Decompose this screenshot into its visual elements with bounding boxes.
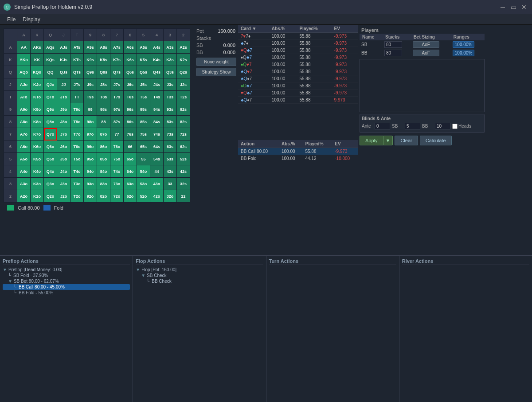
- matrix-cell-J2o[interactable]: J2o: [57, 190, 70, 203]
- matrix-cell-QTo[interactable]: QTo: [44, 91, 57, 103]
- matrix-cell-A8o[interactable]: A8o: [17, 116, 31, 128]
- none-weight-button[interactable]: None weight: [196, 58, 236, 66]
- matrix-cell-73o[interactable]: 73o: [110, 178, 124, 190]
- flop-tree-item[interactable]: ▼Flop [Pot: 160.00]: [136, 267, 263, 273]
- matrix-cell-98o[interactable]: 98o: [84, 116, 97, 128]
- matrix-cell-93s[interactable]: 93s: [164, 103, 177, 116]
- matrix-cell-83s[interactable]: 83s: [164, 116, 177, 128]
- preflop-tree-item[interactable]: └BB Call 80.00 - 45.00%: [3, 284, 130, 290]
- matrix-cell-QJs[interactable]: QJs: [57, 66, 70, 78]
- action-table-row[interactable]: BB Call 80.00100.0055.88-9.973: [238, 148, 358, 155]
- matrix-cell-KQo[interactable]: KQo: [31, 66, 44, 78]
- flop-tree-item[interactable]: ▼SB Check: [136, 273, 263, 278]
- matrix-cell-32o[interactable]: 32o: [164, 190, 177, 203]
- matrix-cell-J6o[interactable]: J6o: [57, 141, 70, 153]
- matrix-cell-A6s[interactable]: A6s: [124, 41, 137, 54]
- matrix-cell-K3o[interactable]: K3o: [31, 178, 44, 190]
- matrix-cell-J5o[interactable]: J5o: [57, 153, 70, 165]
- card-row[interactable]: ♥Q♣7100.0055.88-9.973: [238, 90, 358, 97]
- stack-input[interactable]: [384, 41, 402, 48]
- matrix-cell-T7s[interactable]: T7s: [110, 91, 124, 103]
- matrix-cell-Q2o[interactable]: Q2o: [44, 190, 57, 203]
- matrix-cell-J4o[interactable]: J4o: [57, 165, 70, 178]
- matrix-cell-K2o[interactable]: K2o: [31, 190, 44, 203]
- matrix-cell-A3s[interactable]: A3s: [164, 41, 177, 54]
- matrix-cell-J8s[interactable]: J8s: [97, 78, 110, 91]
- matrix-cell-86s[interactable]: 86s: [124, 116, 137, 128]
- menu-file[interactable]: File: [4, 14, 19, 25]
- matrix-cell-A5o[interactable]: A5o: [17, 153, 31, 165]
- matrix-cell-A7s[interactable]: A7s: [110, 41, 124, 54]
- matrix-cell-94s[interactable]: 94s: [150, 103, 164, 116]
- matrix-cell-65s[interactable]: 65s: [137, 141, 150, 153]
- matrix-cell-86o[interactable]: 86o: [97, 141, 110, 153]
- matrix-cell-76s[interactable]: 76s: [124, 128, 137, 141]
- matrix-cell-52s[interactable]: 52s: [177, 153, 190, 165]
- matrix-cell-J9o[interactable]: J9o: [57, 103, 70, 116]
- matrix-cell-85o[interactable]: 85o: [97, 153, 110, 165]
- range-percentage[interactable]: 100.00%: [453, 41, 474, 48]
- matrix-cell-KK[interactable]: KK: [31, 54, 44, 66]
- matrix-cell-87o[interactable]: 87o: [97, 128, 110, 141]
- matrix-cell-Q3o[interactable]: Q3o: [44, 178, 57, 190]
- matrix-cell-A3o[interactable]: A3o: [17, 178, 31, 190]
- matrix-cell-87s[interactable]: 87s: [110, 116, 124, 128]
- preflop-tree-item[interactable]: ▼SB Bet 80.00 - 62.07%: [3, 278, 130, 284]
- matrix-cell-J9s[interactable]: J9s: [84, 78, 97, 91]
- matrix-cell-42s[interactable]: 42s: [177, 165, 190, 178]
- matrix-cell-Q4s[interactable]: Q4s: [150, 66, 164, 78]
- matrix-cell-A5s[interactable]: A5s: [137, 41, 150, 54]
- matrix-cell-A7o[interactable]: A7o: [17, 128, 31, 141]
- matrix-cell-T2o[interactable]: T2o: [70, 190, 84, 203]
- matrix-cell-KQs[interactable]: KQs: [44, 54, 57, 66]
- matrix-cell-T9o[interactable]: T9o: [70, 103, 84, 116]
- matrix-cell-93o[interactable]: 93o: [84, 178, 97, 190]
- matrix-cell-K5s[interactable]: K5s: [137, 54, 150, 66]
- matrix-cell-75o[interactable]: 75o: [110, 153, 124, 165]
- matrix-cell-KJo[interactable]: KJo: [31, 78, 44, 91]
- matrix-cell-92o[interactable]: 92o: [84, 190, 97, 203]
- matrix-cell-Q2s[interactable]: Q2s: [177, 66, 190, 78]
- matrix-cell-K3s[interactable]: K3s: [164, 54, 177, 66]
- matrix-cell-65o[interactable]: 65o: [124, 153, 137, 165]
- matrix-cell-77[interactable]: 77: [110, 128, 124, 141]
- matrix-cell-84s[interactable]: 84s: [150, 116, 164, 128]
- matrix-cell-44[interactable]: 44: [150, 165, 164, 178]
- calculate-button[interactable]: Calculate: [420, 136, 452, 145]
- bet-sizing-button[interactable]: AoF: [413, 41, 439, 48]
- matrix-cell-J7o[interactable]: J7o: [57, 128, 70, 141]
- matrix-cell-97o[interactable]: 97o: [84, 128, 97, 141]
- matrix-cell-53o[interactable]: 53o: [137, 178, 150, 190]
- matrix-cell-54o[interactable]: 54o: [137, 165, 150, 178]
- matrix-cell-A9o[interactable]: A9o: [17, 103, 31, 116]
- matrix-cell-Q7o[interactable]: Q7o: [44, 128, 57, 141]
- col-card[interactable]: Card ▼: [238, 25, 269, 33]
- matrix-cell-JTo[interactable]: JTo: [57, 91, 70, 103]
- matrix-cell-A6o[interactable]: A6o: [17, 141, 31, 153]
- matrix-cell-KTo[interactable]: KTo: [31, 91, 44, 103]
- matrix-cell-92s[interactable]: 92s: [177, 103, 190, 116]
- matrix-cell-95o[interactable]: 95o: [84, 153, 97, 165]
- matrix-cell-QTs[interactable]: QTs: [70, 66, 84, 78]
- matrix-cell-AJo[interactable]: AJo: [17, 78, 31, 91]
- matrix-cell-Q7s[interactable]: Q7s: [110, 66, 124, 78]
- matrix-cell-K6o[interactable]: K6o: [31, 141, 44, 153]
- col-abs2[interactable]: Abs.%: [279, 140, 303, 148]
- matrix-cell-T8o[interactable]: T8o: [70, 116, 84, 128]
- bb-blinds-input[interactable]: [435, 123, 450, 129]
- matrix-cell-82o[interactable]: 82o: [97, 190, 110, 203]
- heads-checkbox[interactable]: [452, 124, 458, 129]
- matrix-cell-K8s[interactable]: K8s: [97, 54, 110, 66]
- range-percentage[interactable]: 100.00%: [453, 50, 474, 56]
- matrix-cell-72s[interactable]: 72s: [177, 128, 190, 141]
- matrix-cell-K4o[interactable]: K4o: [31, 165, 44, 178]
- matrix-cell-63s[interactable]: 63s: [164, 141, 177, 153]
- matrix-cell-22[interactable]: 22: [177, 190, 190, 203]
- matrix-cell-Q9o[interactable]: Q9o: [44, 103, 57, 116]
- card-row[interactable]: ♣Q♦7100.0055.889.973: [238, 97, 358, 104]
- matrix-cell-T5o[interactable]: T5o: [70, 153, 84, 165]
- matrix-cell-AQs[interactable]: AQs: [44, 41, 57, 54]
- matrix-cell-82s[interactable]: 82s: [177, 116, 190, 128]
- matrix-cell-A2o[interactable]: A2o: [17, 190, 31, 203]
- matrix-cell-76o[interactable]: 76o: [110, 141, 124, 153]
